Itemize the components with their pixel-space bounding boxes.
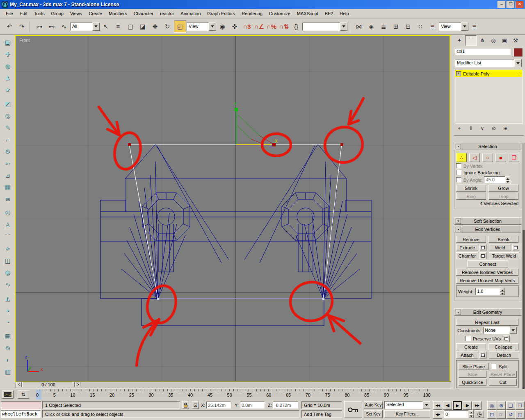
menu-item-edit[interactable]: Edit xyxy=(16,10,31,17)
use-pivot-point-center-icon[interactable]: ◉ xyxy=(217,21,228,32)
analyze-world-icon[interactable]: ⊚ xyxy=(2,342,13,353)
menu-item-character[interactable]: Character xyxy=(130,10,157,17)
weight-spinner[interactable] xyxy=(500,288,505,295)
detach-button[interactable]: Detach xyxy=(489,352,519,358)
tab-hierarchy[interactable]: ⋔ xyxy=(477,35,488,45)
z-coordinate-field[interactable]: -8.272m xyxy=(273,402,298,409)
chevron-down-icon[interactable] xyxy=(514,59,522,67)
close-button[interactable]: ✕ xyxy=(516,1,524,8)
selection-lock-icon[interactable] xyxy=(182,401,189,409)
create-animation-icon[interactable]: ▥ xyxy=(2,366,13,377)
go-to-start-icon[interactable]: ◀◀ xyxy=(433,401,442,410)
soft-body-collection-icon[interactable]: ◍ xyxy=(2,60,13,71)
linear-dashpot-icon[interactable]: ✎ xyxy=(2,122,13,133)
water-icon[interactable]: ≋ xyxy=(2,193,13,204)
weld-button[interactable]: Weld xyxy=(489,244,511,251)
zoom-extents-icon[interactable]: ❑ xyxy=(506,401,515,410)
percent-snap-toggle-icon[interactable]: ∩% xyxy=(266,21,277,32)
connect-button[interactable]: Connect xyxy=(467,260,508,267)
minimize-button[interactable]: – xyxy=(498,1,506,8)
split-checkbox[interactable] xyxy=(491,364,496,369)
fracture-icon[interactable]: ▦ xyxy=(2,181,13,192)
subobject-edge-icon[interactable]: ◁ xyxy=(469,153,480,162)
constraint-solver-icon[interactable]: ✇ xyxy=(2,207,13,218)
rigid-body-collection-icon[interactable]: ▣ xyxy=(2,37,13,48)
front-viewport[interactable]: Y X z x xyxy=(15,35,450,382)
subobject-element-icon[interactable]: ❒ xyxy=(509,153,519,162)
soft-body-modifier-icon[interactable]: ◕ xyxy=(2,304,13,315)
by-angle-field[interactable]: 45.0 xyxy=(484,176,505,183)
remove-isolated-vertices-button[interactable]: Remove Isolated Vertices xyxy=(456,269,518,276)
material-editor-icon[interactable]: ∷ xyxy=(415,21,426,32)
cloth-modifier-icon[interactable]: ◭ xyxy=(2,292,13,304)
window-crossing-icon[interactable]: ◪ xyxy=(137,21,148,32)
reference-coordinate-system-dropdown[interactable]: View xyxy=(187,23,216,31)
subobject-polygon-icon[interactable]: ■ xyxy=(495,153,506,162)
unlink-selection-icon[interactable]: ⊷ xyxy=(46,21,57,32)
ignore-backfacing-checkbox[interactable] xyxy=(456,170,461,175)
tab-utilities[interactable]: ⚒ xyxy=(510,35,521,45)
selection-range-icon[interactable]: ⇅ xyxy=(18,390,29,399)
tab-modify[interactable]: ⌒ xyxy=(465,35,477,46)
menu-item-modifiers[interactable]: Modifiers xyxy=(105,10,130,17)
menu-item-help[interactable]: Help xyxy=(336,10,352,17)
select-object-icon[interactable]: ↖ xyxy=(100,21,112,32)
menu-item-customize[interactable]: Customize xyxy=(266,10,294,17)
chevron-down-icon[interactable] xyxy=(92,23,100,31)
spinner-snap-toggle-icon[interactable]: ∩⇅ xyxy=(278,21,290,32)
toy-car-icon[interactable]: ⊿ xyxy=(2,169,13,180)
menu-item-reactor[interactable]: reactor xyxy=(157,10,177,17)
angle-snap-toggle-icon[interactable]: ∩∠ xyxy=(253,21,265,32)
previous-frame-icon[interactable]: ◀▮ xyxy=(443,401,452,410)
render-type-dropdown[interactable]: View xyxy=(439,23,468,31)
property-editor-icon[interactable]: ▤ xyxy=(2,330,13,341)
undo-icon[interactable]: ↶ xyxy=(4,21,15,32)
frame-spinner[interactable] xyxy=(469,410,474,418)
object-name-field[interactable]: col1 xyxy=(455,48,511,55)
y-coordinate-field[interactable]: 0.0m xyxy=(240,402,265,409)
spring-icon[interactable]: ◎ xyxy=(2,110,13,121)
show-end-result-icon[interactable]: ‖ xyxy=(466,125,475,132)
arc-rotate-icon[interactable]: ↺ xyxy=(506,410,515,419)
menu-item-group[interactable]: Group xyxy=(48,10,67,17)
named-selection-sets-icon[interactable]: {} xyxy=(290,21,302,32)
expand-stack-icon[interactable]: + xyxy=(456,71,461,76)
shrink-button[interactable]: Shrink xyxy=(456,185,486,192)
target-weld-button[interactable]: Target Weld xyxy=(489,252,519,259)
select-and-link-icon[interactable]: ⊶ xyxy=(34,21,45,32)
pan-icon[interactable]: ☞ xyxy=(497,410,506,419)
select-by-name-icon[interactable]: ≡ xyxy=(112,21,124,32)
preview-animation-icon[interactable]: ◐ xyxy=(2,354,13,365)
panel-scrollbar-thumb[interactable] xyxy=(523,230,525,394)
create-button[interactable]: Create xyxy=(456,343,486,350)
restore-button[interactable]: ❐ xyxy=(507,1,515,8)
chamfer-settings-icon[interactable] xyxy=(479,252,486,259)
menu-item-animation[interactable]: Animation xyxy=(177,10,204,17)
chevron-down-icon[interactable] xyxy=(461,23,468,31)
next-frame-arrow[interactable]: > xyxy=(75,382,80,387)
weight-field[interactable]: 1.0 xyxy=(475,288,500,295)
rope-modifier-icon[interactable]: ◔ xyxy=(2,316,13,327)
soft-selection-rollout-header[interactable]: + Soft Selection xyxy=(454,217,521,225)
preserve-uvs-settings-icon[interactable] xyxy=(503,335,510,342)
redo-icon[interactable]: ↷ xyxy=(16,21,27,32)
break-button[interactable]: Break xyxy=(488,236,518,243)
menu-item-tools[interactable]: Tools xyxy=(31,10,48,17)
edit-vertices-rollout-header[interactable]: - Edit Vertices xyxy=(454,226,521,233)
track-bar[interactable]: ⇅ 05101520253035404550556065707580859095… xyxy=(0,389,525,400)
set-key-button[interactable]: Set Key xyxy=(364,410,383,418)
align-icon[interactable]: ◈ xyxy=(365,21,377,32)
chevron-down-icon[interactable] xyxy=(509,327,517,334)
by-angle-checkbox[interactable] xyxy=(456,177,461,183)
absolute-mode-icon[interactable]: ⊡ xyxy=(192,401,199,409)
weld-settings-icon[interactable] xyxy=(512,244,519,251)
go-to-end-icon[interactable]: ▶▶ xyxy=(472,401,482,410)
min-max-toggle-icon[interactable]: ◱ xyxy=(516,410,525,419)
maxscript-mini-listener[interactable] xyxy=(1,401,41,410)
menu-item-views[interactable]: Views xyxy=(67,10,85,17)
select-and-manipulate-icon[interactable]: ✜ xyxy=(229,21,240,32)
tab-display[interactable]: ▣ xyxy=(499,35,510,45)
key-filters-button[interactable]: Key Filters... xyxy=(384,410,430,418)
selection-filter-dropdown[interactable]: All xyxy=(70,23,100,31)
play-icon[interactable]: ▶ xyxy=(453,401,462,410)
